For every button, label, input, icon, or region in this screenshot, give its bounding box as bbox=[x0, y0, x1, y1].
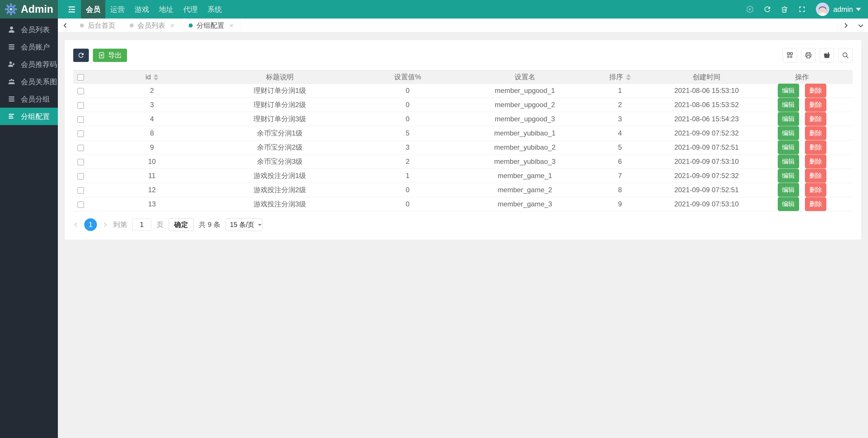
delete-button[interactable]: 删除 bbox=[805, 183, 826, 197]
cell-value: 3 bbox=[344, 140, 472, 154]
sidebar-item-group-config[interactable]: 分组配置 bbox=[0, 108, 58, 125]
row-checkbox[interactable] bbox=[78, 116, 84, 123]
sort-icon[interactable] bbox=[154, 74, 158, 81]
navbar-actions: admin bbox=[741, 0, 868, 19]
top-navbar: Admin 会员 运营 游戏 地址 代理 系统 bbox=[0, 0, 868, 19]
cell-id: 4 bbox=[88, 112, 216, 126]
tab-member-list[interactable]: 会员列表 × bbox=[123, 19, 182, 32]
edit-button[interactable]: 编辑 bbox=[778, 197, 799, 211]
sidebar-item-label: 会员分组 bbox=[21, 94, 50, 104]
excel-file-icon bbox=[98, 52, 105, 59]
delete-button[interactable]: 删除 bbox=[805, 126, 826, 140]
column-value: 设置值% bbox=[344, 70, 472, 84]
edit-button[interactable]: 编辑 bbox=[778, 98, 799, 112]
total-count-label: 共 9 条 bbox=[199, 220, 220, 229]
edit-button[interactable]: 编辑 bbox=[778, 154, 799, 169]
row-checkbox[interactable] bbox=[78, 102, 84, 109]
row-checkbox[interactable] bbox=[78, 187, 84, 194]
sidebar-item-member-group[interactable]: 会员分组 bbox=[0, 90, 58, 108]
edit-button[interactable]: 编辑 bbox=[778, 140, 799, 154]
delete-button[interactable]: 删除 bbox=[805, 112, 826, 126]
trash-icon[interactable] bbox=[776, 0, 793, 19]
confirm-button[interactable]: 确定 bbox=[169, 218, 193, 231]
goto-page-input[interactable] bbox=[132, 218, 151, 231]
column-id[interactable]: id bbox=[88, 70, 216, 84]
edit-button[interactable]: 编辑 bbox=[778, 112, 799, 126]
edit-button[interactable]: 编辑 bbox=[778, 84, 799, 97]
cell-created: 2021-09-09 07:53:10 bbox=[662, 197, 751, 211]
menu-item-operation[interactable]: 运营 bbox=[105, 0, 130, 19]
tab-label: 后台首页 bbox=[88, 21, 116, 30]
module-hexagon-icon[interactable] bbox=[741, 0, 758, 19]
refresh-icon[interactable] bbox=[758, 0, 776, 19]
cell-sort: 1 bbox=[578, 84, 662, 98]
export-file-icon[interactable] bbox=[820, 48, 834, 62]
sidebar-item-member-relations[interactable]: 会员关系图 bbox=[0, 73, 58, 90]
row-checkbox[interactable] bbox=[78, 130, 84, 137]
cell-created: 2021-09-09 07:52:51 bbox=[662, 183, 751, 197]
table-tools bbox=[783, 48, 852, 62]
row-checkbox[interactable] bbox=[78, 88, 84, 94]
delete-button[interactable]: 删除 bbox=[805, 154, 826, 169]
column-sort[interactable]: 排序 bbox=[578, 70, 662, 84]
cell-title: 游戏投注分润1级 bbox=[216, 169, 344, 183]
tab-label: 分组配置 bbox=[196, 21, 224, 30]
fullscreen-icon[interactable] bbox=[793, 0, 811, 19]
menu-item-system[interactable]: 系统 bbox=[203, 0, 227, 19]
sidebar-item-member-account[interactable]: 会员账户 bbox=[0, 38, 58, 56]
row-checkbox[interactable] bbox=[78, 173, 84, 179]
delete-button[interactable]: 删除 bbox=[805, 98, 826, 112]
delete-button[interactable]: 删除 bbox=[805, 140, 826, 154]
menu-item-address[interactable]: 地址 bbox=[154, 0, 178, 19]
sidebar-item-member-refcode[interactable]: 会员推荐码 bbox=[0, 56, 58, 73]
sidebar-toggle-icon[interactable] bbox=[62, 0, 81, 19]
pagination: 1 到第 页 确定 共 9 条 15 条/页 bbox=[73, 218, 852, 231]
sort-icon[interactable] bbox=[626, 74, 631, 81]
logo-gear-icon bbox=[5, 3, 18, 16]
search-icon[interactable] bbox=[838, 48, 852, 62]
sidebar-item-member-list[interactable]: 会员列表 bbox=[0, 21, 58, 38]
prev-page-icon[interactable] bbox=[73, 222, 79, 228]
table-row: 10 余币宝分润3级 2 member_yubibao_3 6 2021-09-… bbox=[73, 154, 852, 169]
menu-item-member[interactable]: 会员 bbox=[81, 0, 105, 19]
table-card: 导出 bbox=[64, 40, 862, 240]
print-icon[interactable] bbox=[801, 48, 816, 62]
refresh-button[interactable] bbox=[73, 49, 89, 62]
delete-button[interactable]: 删除 bbox=[805, 197, 826, 211]
cell-sort: 7 bbox=[578, 169, 662, 183]
cell-actions: 编辑 删除 bbox=[751, 126, 852, 140]
edit-button[interactable]: 编辑 bbox=[778, 126, 799, 140]
tab-group-config[interactable]: 分组配置 × bbox=[182, 19, 241, 32]
tabs-scroll-left-icon[interactable] bbox=[58, 19, 73, 32]
column-actions: 操作 bbox=[751, 70, 852, 84]
menu-item-agent[interactable]: 代理 bbox=[178, 0, 203, 19]
page-size-select[interactable]: 15 条/页 bbox=[226, 218, 262, 231]
close-icon[interactable]: × bbox=[229, 22, 234, 29]
columns-icon[interactable] bbox=[783, 48, 797, 62]
sidebar-item-label: 会员账户 bbox=[21, 42, 50, 52]
next-page-icon[interactable] bbox=[102, 222, 108, 228]
menu-item-game[interactable]: 游戏 bbox=[130, 0, 154, 19]
cell-actions: 编辑 删除 bbox=[751, 98, 852, 112]
delete-button[interactable]: 删除 bbox=[805, 169, 826, 183]
cell-title: 余币宝分润1级 bbox=[216, 126, 344, 140]
select-all-checkbox[interactable] bbox=[78, 74, 84, 81]
avatar[interactable] bbox=[816, 3, 829, 16]
row-checkbox[interactable] bbox=[78, 202, 84, 208]
user-dropdown[interactable]: admin bbox=[833, 5, 865, 13]
page-number-active[interactable]: 1 bbox=[84, 218, 97, 231]
row-checkbox[interactable] bbox=[78, 145, 84, 151]
edit-button[interactable]: 编辑 bbox=[778, 169, 799, 183]
edit-button[interactable]: 编辑 bbox=[778, 183, 799, 197]
close-icon[interactable]: × bbox=[170, 22, 175, 29]
delete-button[interactable]: 删除 bbox=[805, 84, 826, 97]
tab-home[interactable]: 后台首页 bbox=[73, 19, 123, 32]
row-checkbox[interactable] bbox=[78, 159, 84, 165]
cell-name: member_game_1 bbox=[472, 169, 578, 183]
export-button[interactable]: 导出 bbox=[93, 49, 127, 62]
cell-value: 1 bbox=[344, 169, 472, 183]
tabs-menu-chevron-icon[interactable] bbox=[853, 19, 868, 32]
users-icon bbox=[7, 78, 16, 85]
cell-name: member_upgood_2 bbox=[472, 98, 578, 112]
tabs-scroll-right-icon[interactable] bbox=[838, 19, 853, 32]
